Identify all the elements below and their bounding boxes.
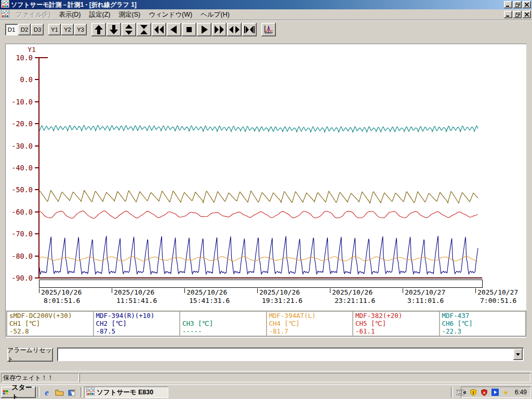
toolbar-button-d3[interactable]: D3 <box>31 24 44 35</box>
chevron-down-icon <box>516 353 520 356</box>
close-button[interactable] <box>523 1 531 8</box>
svg-text:-80.0: -80.0 <box>11 252 33 260</box>
series-ch6 <box>39 126 478 132</box>
desktop: ソフトサーモ計測－計測1 - [折れ線グラフ 1] ファイル(F)表示(D)設定… <box>0 0 532 399</box>
toolbar-button-page-right[interactable] <box>212 23 227 36</box>
channel-legend: sMDF-DC200V(+30)CH1 [℃]-52.8MDF-394(R)(+… <box>6 311 526 337</box>
legend-cell-ch3[interactable]: CH3 [℃]----- <box>180 312 266 336</box>
child-window-icon[interactable] <box>1 10 9 19</box>
svg-text:-40.0: -40.0 <box>11 164 33 172</box>
x-axis-label-1: 2025/10/2611:51:41.6 <box>112 288 157 305</box>
ie-icon[interactable]: e <box>42 388 52 397</box>
svg-text:✕: ✕ <box>482 390 486 395</box>
alarm-combo-value <box>57 351 60 358</box>
taskbar: スタート e ソフトサーモ E830 « ! ✕ <box>0 384 532 399</box>
series-ch2 <box>39 236 478 274</box>
show-desktop-icon[interactable] <box>66 388 77 397</box>
menu-item-1[interactable]: 表示(D) <box>55 9 85 20</box>
window-controls <box>504 1 531 8</box>
toolbar-button-page-left[interactable] <box>152 23 166 36</box>
toolbar-button-compress-x[interactable] <box>242 23 257 36</box>
svg-text:-90.0: -90.0 <box>11 274 33 282</box>
toolbar-button-y3[interactable]: Y3 <box>74 24 87 35</box>
menu-bar: ファイル(F)表示(D)設定(Z)測定(S)ウィンドウ(W)ヘルプ(H) <box>0 9 532 20</box>
graph-icon <box>263 24 274 35</box>
svg-text:-50.0: -50.0 <box>11 185 33 194</box>
folder-icon[interactable] <box>54 388 64 397</box>
svg-text:0.0: 0.0 <box>20 75 33 84</box>
combo-dropdown-button[interactable] <box>513 349 523 360</box>
legend-cell-ch1[interactable]: sMDF-DC200V(+30)CH1 [℃]-52.8 <box>7 312 93 336</box>
menu-item-4[interactable]: ウィンドウ(W) <box>144 9 196 20</box>
series-ch1 <box>39 191 478 204</box>
graph-settings-button[interactable] <box>261 23 276 36</box>
child-window-controls <box>504 11 531 18</box>
toolbar-button-scroll-up[interactable] <box>91 23 106 36</box>
security-alert-icon[interactable]: ! <box>469 388 477 396</box>
window-title: ソフトサーモ計測－計測1 - [折れ線グラフ 1] <box>11 1 137 9</box>
series-ch4 <box>39 257 477 261</box>
toolbar-button-d2[interactable]: D2 <box>18 24 31 35</box>
menu-item-3[interactable]: 測定(S) <box>114 9 144 20</box>
alarm-row: アラームリセット <box>0 341 532 370</box>
toolbar-button-step-right[interactable] <box>197 23 211 36</box>
x-axis-label-6: 2025/10/277:00:51.6 <box>475 288 518 305</box>
tray-overflow-chevron[interactable]: « <box>463 389 467 396</box>
x-axis-label-2: 2025/10/2615:41:31.6 <box>184 288 230 305</box>
toolbar-button-expand-y[interactable] <box>122 23 136 36</box>
start-label: スタート <box>11 383 36 399</box>
app-icon <box>1 0 9 9</box>
toolbar-button-y1[interactable]: Y1 <box>48 24 61 35</box>
menu-item-5[interactable]: ヘルプ(H) <box>196 9 234 20</box>
legend-cell-ch6[interactable]: MDF-437CH6 [℃]-22.3 <box>440 312 526 336</box>
start-button[interactable]: スタート <box>1 387 36 398</box>
svg-text:-10.0: -10.0 <box>11 98 33 106</box>
x-axis-label-0: 2025/10/268:01:51.6 <box>39 288 82 305</box>
security-error-icon[interactable]: ✕ <box>480 388 488 396</box>
svg-text:-20.0: -20.0 <box>11 119 33 128</box>
toolbar-button-d1[interactable]: D1 <box>5 24 18 35</box>
svg-text:10.0: 10.0 <box>16 54 33 62</box>
toolbar-button-compress-y[interactable] <box>137 23 151 36</box>
toolbar-button-stop[interactable] <box>182 23 196 36</box>
line-chart[interactable]: 10.00.0-10.0-20.0-30.0-40.0-50.0-60.0-70… <box>5 44 526 288</box>
svg-text:!: ! <box>472 390 474 395</box>
svg-text:Y1: Y1 <box>28 46 36 54</box>
x-axis-label-5: 2025/10/273:11:01.6 <box>403 288 445 305</box>
minimize-button[interactable] <box>504 1 512 8</box>
taskbar-clock: 6:49 <box>513 389 529 396</box>
menu-item-2[interactable]: 設定(Z) <box>85 9 115 20</box>
child-restore-button[interactable] <box>513 11 522 18</box>
toolbar: D1D2D3 Y1Y2Y3 <box>0 20 532 38</box>
update-star-icon[interactable]: ★ <box>502 388 510 396</box>
series-ch5 <box>39 211 477 218</box>
legend-cell-ch2[interactable]: MDF-394(R)(+10)CH2 [℃]-87.5 <box>94 312 180 336</box>
status-message: 保存ウェイト！！ <box>1 373 79 382</box>
status-bar: 保存ウェイト！！ <box>0 371 532 384</box>
task-label: ソフトサーモ E830 <box>97 388 153 397</box>
alarm-combo-box[interactable] <box>57 348 524 361</box>
media-player-icon[interactable] <box>491 388 499 396</box>
x-axis-label-3: 2025/10/2619:31:21.6 <box>257 288 302 305</box>
child-minimize-button[interactable] <box>504 11 512 18</box>
alarm-reset-button[interactable]: アラームリセット <box>7 348 53 362</box>
toolbar-button-y2[interactable]: Y2 <box>61 24 74 35</box>
svg-text:-70.0: -70.0 <box>11 230 33 238</box>
legend-cell-ch4[interactable]: MDF-394AT(L)CH4 [℃]-81.7 <box>267 312 353 336</box>
legend-cell-ch5[interactable]: MDF-382(+20)CH5 [℃]-61.1 <box>353 312 439 336</box>
svg-text:-30.0: -30.0 <box>11 142 33 150</box>
toolbar-button-step-left[interactable] <box>167 23 181 36</box>
title-bar: ソフトサーモ計測－計測1 - [折れ線グラフ 1] <box>0 0 532 9</box>
restore-button[interactable] <box>513 1 522 8</box>
system-tray: « ! ✕ ★ 6:49 <box>461 387 531 398</box>
time-range-box <box>39 280 482 287</box>
child-close-button[interactable] <box>523 11 531 18</box>
x-axis-label-4: 2025/10/2623:21:11.6 <box>330 288 375 305</box>
status-panel-2 <box>79 373 530 382</box>
task-button-softthermo[interactable]: ソフトサーモ E830 <box>84 387 168 398</box>
toolbar-button-scroll-down[interactable] <box>107 23 121 36</box>
x-axis-labels: 2025/10/268:01:51.62025/10/2611:51:41.62… <box>5 288 526 306</box>
chart-panel: 10.00.0-10.0-20.0-30.0-40.0-50.0-60.0-70… <box>5 44 526 338</box>
windows-logo-icon <box>3 389 10 396</box>
toolbar-button-expand-x[interactable] <box>227 23 242 36</box>
